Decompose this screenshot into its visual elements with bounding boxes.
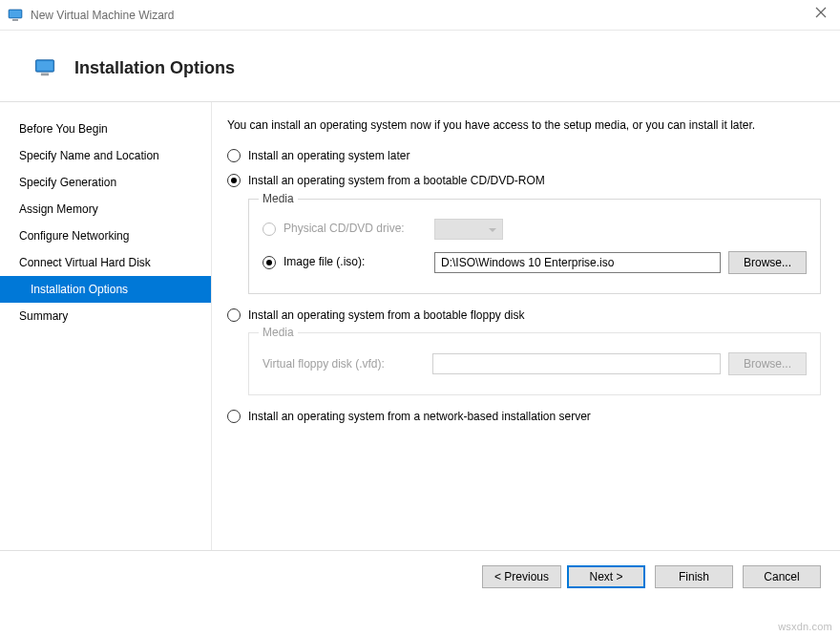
step-summary[interactable]: Summary (0, 303, 211, 329)
iso-label: Image file (.iso): (284, 254, 427, 269)
app-icon (8, 8, 23, 23)
step-before-you-begin[interactable]: Before You Begin (0, 116, 211, 142)
radio-install-cd[interactable] (227, 174, 241, 187)
option-install-network[interactable]: Install an operating system from a netwo… (227, 409, 821, 424)
iso-row: Image file (.iso): Browse... (262, 251, 807, 274)
intro-text: You can install an operating system now … (227, 117, 821, 133)
browse-vfd-button: Browse... (728, 352, 807, 375)
step-specify-generation[interactable]: Specify Generation (0, 169, 211, 196)
wizard-content: You can install an operating system now … (212, 102, 840, 550)
header-icon (34, 57, 55, 78)
browse-iso-button[interactable]: Browse... (728, 251, 807, 274)
radio-install-floppy[interactable] (227, 308, 241, 322)
step-connect-virtual-hard-disk[interactable]: Connect Virtual Hard Disk (0, 249, 211, 276)
cd-media-legend: Media (259, 191, 298, 206)
step-assign-memory[interactable]: Assign Memory (0, 196, 211, 223)
radio-install-later-label: Install an operating system later (248, 148, 410, 163)
physical-drive-row: Physical CD/DVD drive: (262, 219, 807, 240)
radio-install-later[interactable] (227, 149, 241, 162)
cancel-button[interactable]: Cancel (743, 565, 821, 588)
nav-button-group: < Previous Next > (482, 565, 645, 588)
physical-drive-combo (434, 219, 503, 240)
vfd-row: Virtual floppy disk (.vfd): Browse... (262, 352, 807, 375)
page-title: Installation Options (74, 58, 235, 78)
step-installation-options[interactable]: Installation Options (0, 276, 211, 303)
close-icon[interactable] (815, 6, 827, 21)
vfd-label: Virtual floppy disk (.vfd): (262, 356, 425, 371)
vfd-path-input (432, 353, 721, 374)
wizard-footer: < Previous Next > Finish Cancel (0, 550, 840, 602)
cd-media-groupbox: Media Physical CD/DVD drive: Image file … (248, 199, 821, 294)
radio-install-network-label: Install an operating system from a netwo… (248, 409, 591, 424)
radio-physical-drive (262, 223, 276, 236)
svg-rect-6 (37, 61, 53, 71)
finish-button[interactable]: Finish (655, 565, 733, 588)
next-button[interactable]: Next > (567, 565, 645, 588)
previous-button[interactable]: < Previous (482, 565, 561, 588)
svg-rect-1 (10, 11, 21, 17)
step-configure-networking[interactable]: Configure Networking (0, 223, 211, 249)
option-install-later[interactable]: Install an operating system later (227, 148, 821, 163)
option-install-floppy[interactable]: Install an operating system from a boota… (227, 307, 821, 323)
step-specify-name-location[interactable]: Specify Name and Location (0, 142, 211, 169)
radio-iso-file[interactable] (262, 256, 276, 269)
radio-install-network[interactable] (227, 410, 241, 423)
watermark: wsxdn.com (778, 621, 832, 632)
option-install-cd[interactable]: Install an operating system from a boota… (227, 173, 821, 188)
window-title: New Virtual Machine Wizard (31, 9, 175, 22)
floppy-media-legend: Media (259, 325, 298, 340)
iso-path-input[interactable] (434, 252, 721, 273)
physical-drive-label: Physical CD/DVD drive: (284, 221, 427, 236)
wizard-steps-sidebar: Before You Begin Specify Name and Locati… (0, 102, 212, 550)
titlebar: New Virtual Machine Wizard (0, 0, 840, 31)
radio-install-cd-label: Install an operating system from a boota… (248, 173, 545, 188)
floppy-media-groupbox: Media Virtual floppy disk (.vfd): Browse… (248, 332, 821, 395)
radio-install-floppy-label: Install an operating system from a boota… (248, 307, 525, 323)
wizard-body: Before You Begin Specify Name and Locati… (0, 101, 840, 550)
svg-rect-2 (12, 19, 18, 21)
svg-rect-7 (41, 74, 49, 76)
wizard-header: Installation Options (0, 31, 840, 101)
